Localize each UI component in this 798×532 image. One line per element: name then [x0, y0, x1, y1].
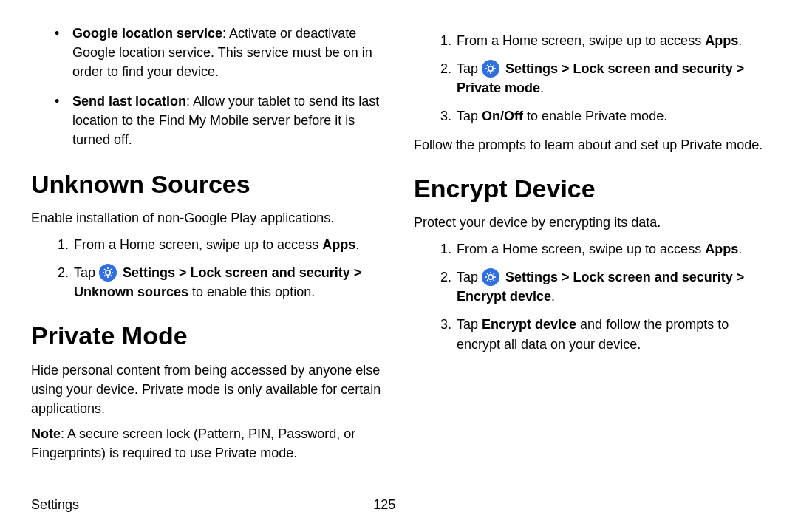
svg-line-19 [494, 65, 494, 66]
section-note: Note: A secure screen lock (Pattern, PIN… [31, 424, 384, 463]
bullet-label: Send last location [72, 94, 186, 109]
step-text: From a Home screen, swipe up to access [74, 237, 322, 252]
step-text: From a Home screen, swipe up to access [457, 242, 705, 256]
footer-page-number: 125 [373, 495, 395, 514]
breadcrumb-separator: > [733, 270, 745, 284]
step-text: Tap [457, 61, 482, 76]
lock-screen-label: Lock screen and security [573, 61, 733, 76]
onoff-label: On/Off [482, 109, 523, 123]
svg-line-29 [494, 273, 494, 274]
step-text: Tap [457, 270, 482, 284]
bullet-item: Google location service: Activate or dea… [31, 24, 384, 81]
lock-screen-label: Lock screen and security [191, 265, 350, 280]
step-text: . [551, 289, 555, 304]
steps-list: From a Home screen, swipe up to access A… [31, 235, 384, 301]
step-text: . [355, 237, 359, 252]
step-item: From a Home screen, swipe up to access A… [455, 31, 767, 50]
unknown-sources-label: Unknown sources [74, 284, 188, 299]
section-heading-unknown-sources: Unknown Sources [31, 166, 384, 202]
svg-line-26 [487, 273, 488, 274]
settings-label: Settings [123, 265, 175, 280]
steps-list: From a Home screen, swipe up to access A… [414, 239, 767, 354]
breadcrumb-separator: > [733, 61, 745, 76]
two-column-layout: Google location service: Activate or dea… [31, 24, 767, 468]
steps-list: From a Home screen, swipe up to access A… [414, 31, 767, 126]
footer-section-label: Settings [31, 495, 79, 514]
section-heading-private-mode: Private Mode [31, 318, 384, 354]
manual-page: Google location service: Activate or dea… [0, 0, 798, 532]
encrypt-device-label: Encrypt device [482, 317, 576, 332]
svg-line-17 [494, 72, 494, 72]
bullet-list: Google location service: Activate or dea… [31, 24, 384, 150]
section-intro: Enable installation of non-Google Play a… [31, 208, 384, 228]
settings-label: Settings [505, 270, 558, 284]
step-text: . [738, 242, 742, 256]
bullet-label: Google location service [72, 26, 222, 41]
step-item: From a Home screen, swipe up to access A… [72, 235, 384, 254]
svg-point-0 [99, 264, 117, 282]
step-text: to enable this option. [188, 284, 315, 299]
step-item: Tap Settings > Lock screen and security … [455, 267, 767, 306]
breadcrumb-separator: > [350, 265, 362, 280]
step-text: . [738, 33, 742, 48]
section-intro: Protect your device by encrypting its da… [414, 213, 767, 232]
left-column: Google location service: Activate or dea… [31, 24, 384, 468]
svg-line-27 [494, 280, 494, 281]
lock-screen-label: Lock screen and security [573, 270, 733, 284]
settings-gear-icon [99, 264, 117, 282]
step-text: to enable Private mode. [523, 109, 667, 123]
breadcrumb-separator: > [558, 270, 573, 284]
svg-line-9 [111, 269, 112, 270]
step-text: . [540, 81, 544, 95]
page-footer: Settings 125 [31, 495, 767, 514]
section-intro: Hide personal content from being accesse… [31, 361, 384, 418]
apps-label: Apps [322, 237, 355, 252]
svg-line-16 [487, 65, 488, 66]
step-item: Tap On/Off to enable Private mode. [455, 106, 767, 126]
bullet-item: Send last location: Allow your tablet to… [31, 92, 384, 149]
step-text: From a Home screen, swipe up to access [457, 33, 705, 48]
step-item: Tap Settings > Lock screen and security … [72, 263, 384, 301]
private-mode-label: Private mode [457, 81, 540, 95]
apps-label: Apps [705, 33, 738, 48]
svg-line-8 [104, 276, 105, 276]
step-item: Tap Encrypt device and follow the prompt… [455, 315, 767, 353]
step-text: Tap [457, 317, 482, 332]
settings-gear-icon [482, 268, 499, 286]
breadcrumb-separator: > [175, 265, 191, 280]
svg-point-10 [482, 60, 499, 78]
encrypt-device-label: Encrypt device [457, 289, 551, 304]
step-item: From a Home screen, swipe up to access A… [455, 239, 767, 259]
svg-line-7 [111, 276, 112, 276]
settings-label: Settings [505, 61, 558, 76]
svg-line-18 [487, 72, 488, 72]
note-label: Note [31, 426, 61, 441]
breadcrumb-separator: > [558, 61, 573, 76]
step-item: Tap Settings > Lock screen and security … [455, 59, 767, 98]
step-text: Tap [457, 109, 482, 123]
follow-text: Follow the prompts to learn about and se… [414, 135, 767, 154]
svg-line-28 [487, 280, 488, 281]
apps-label: Apps [705, 242, 738, 256]
section-heading-encrypt-device: Encrypt Device [414, 171, 767, 207]
note-text: : A secure screen lock (Pattern, PIN, Pa… [31, 426, 355, 460]
right-column: From a Home screen, swipe up to access A… [414, 24, 767, 468]
svg-point-20 [482, 268, 499, 286]
svg-line-6 [104, 269, 105, 270]
settings-gear-icon [482, 60, 499, 78]
step-text: Tap [74, 265, 99, 280]
